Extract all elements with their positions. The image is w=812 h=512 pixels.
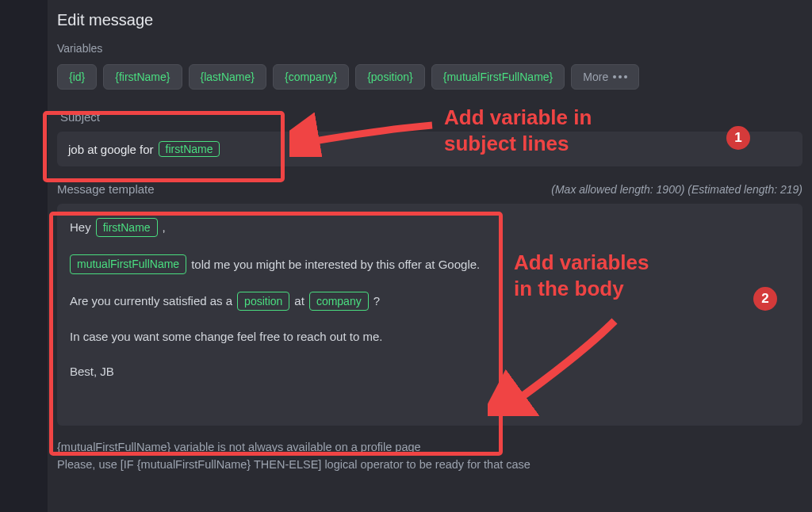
body-variable-pill-mutual[interactable]: mutualFirstFullName	[70, 254, 186, 273]
body-text: at	[294, 292, 304, 310]
variable-chip-mutualfirstfullname[interactable]: {mutualFirstFullName}	[431, 64, 565, 90]
message-template-label: Message template	[57, 182, 155, 196]
footer-line-2: Please, use [IF {mutualFirstFullName} TH…	[57, 456, 802, 473]
body-text: told me you might be interested by this …	[191, 256, 480, 273]
body-text: ?	[373, 292, 380, 310]
more-label: More	[583, 71, 608, 83]
ellipsis-icon	[613, 75, 627, 78]
template-meta-row: Message template (Max allowed length: 19…	[57, 182, 802, 196]
edit-message-panel: Edit message Variables {id} {firstName} …	[48, 0, 812, 474]
body-text: In case you want some change feel free t…	[70, 328, 382, 346]
subject-variable-pill[interactable]: firstName	[159, 141, 220, 157]
body-text: Best, JB	[70, 363, 114, 380]
more-variables-button[interactable]: More	[571, 64, 639, 90]
body-variable-pill-company[interactable]: company	[309, 292, 369, 311]
subject-input[interactable]: job at google for firstName	[57, 132, 802, 166]
variable-chips-row: {id} {firstName} {lastName} {company} {p…	[57, 64, 802, 90]
subject-field-block: Subject job at google for firstName	[57, 110, 802, 166]
variable-chip-company[interactable]: {company}	[273, 64, 349, 90]
subject-text: job at google for	[68, 143, 154, 156]
length-counter: (Max allowed length: 1900) (Estimated le…	[551, 183, 802, 196]
editor-line: Are you currently satisfied as a positio…	[70, 292, 790, 311]
editor-line: Best, JB	[70, 363, 790, 380]
editor-line: Hey firstName ,	[70, 218, 790, 237]
body-variable-pill-firstname[interactable]: firstName	[96, 218, 158, 237]
variable-chip-lastname[interactable]: {lastName}	[189, 64, 266, 90]
variables-label: Variables	[57, 42, 802, 55]
footer-note: {mutualFirstFullName} variable is not al…	[57, 438, 802, 474]
page-title: Edit message	[57, 11, 802, 29]
editor-line: mutualFirstFullName told me you might be…	[70, 254, 790, 273]
subject-label: Subject	[57, 110, 802, 124]
variable-chip-id[interactable]: {id}	[57, 64, 97, 90]
message-template-editor[interactable]: Hey firstName , mutualFirstFullName told…	[57, 204, 802, 426]
body-text: Are you currently satisfied as a	[70, 292, 232, 310]
body-text: Hey	[70, 219, 91, 236]
variable-chip-firstname[interactable]: {firstName}	[103, 64, 182, 90]
footer-line-1: {mutualFirstFullName} variable is not al…	[57, 438, 802, 456]
left-gutter	[0, 0, 48, 512]
editor-line: In case you want some change feel free t…	[70, 328, 790, 346]
body-text: ,	[163, 219, 166, 236]
variable-chip-position[interactable]: {position}	[355, 64, 425, 90]
body-variable-pill-position[interactable]: position	[237, 292, 289, 311]
